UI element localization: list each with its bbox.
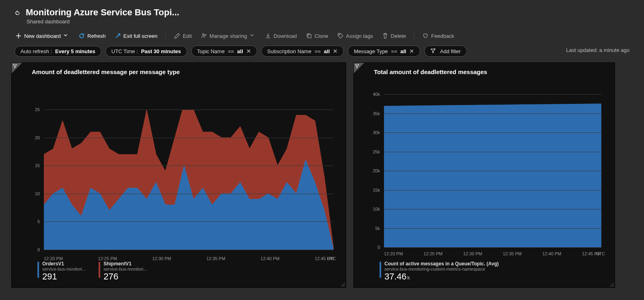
y-axis-label: 25k <box>373 149 380 154</box>
svg-point-0 <box>202 34 204 35</box>
tile-title: Total amount of deadlettered messages <box>354 63 615 75</box>
feedback-label: Feedback <box>431 33 454 39</box>
grid-line <box>384 132 601 133</box>
y-axis-label: 5 <box>37 219 40 224</box>
filter-pill-topic-name[interactable]: Topic Name == all ✕ <box>191 46 257 57</box>
x-axis-label: 12:40 PM <box>543 251 561 256</box>
chart-area-right: 05k10k15k20k25k30k35k40k <box>384 94 601 247</box>
y-axis-label: 20k <box>373 168 380 173</box>
grid-line <box>384 190 601 190</box>
clone-button[interactable]: Clone <box>305 31 329 41</box>
remove-filter-icon[interactable]: ✕ <box>333 48 338 54</box>
download-button[interactable]: Download <box>264 31 298 41</box>
refresh-icon <box>78 33 85 39</box>
remove-filter-icon[interactable]: ✕ <box>246 48 251 54</box>
x-axis-label: 12:35 PM <box>503 251 522 256</box>
svg-rect-2 <box>308 35 311 38</box>
toolbar: New dashboard Refresh Exit full screen E… <box>0 29 644 46</box>
chart-area-left: 0510152025 <box>44 110 334 250</box>
manage-sharing-label: Manage sharing <box>210 33 247 39</box>
tag-icon <box>337 33 344 39</box>
chevron-down-icon <box>250 33 256 39</box>
filter-plus-icon <box>430 48 437 54</box>
svg-point-1 <box>204 34 206 35</box>
toolbar-separator <box>165 31 166 40</box>
filter-pill-message-type[interactable]: Message Type == all ✕ <box>348 46 420 57</box>
edit-label: Edit <box>183 33 192 39</box>
download-label: Download <box>274 33 297 39</box>
legend-name: ShipmentV1 <box>103 261 147 267</box>
pencil-icon <box>174 33 180 39</box>
resize-handle[interactable] <box>609 282 614 287</box>
y-axis-label: 35k <box>373 111 380 116</box>
delete-label: Delete <box>391 33 406 39</box>
legend-left: OrdersV1 service-bus-monitori... 291 Shi… <box>37 261 147 282</box>
new-dashboard-label: New dashboard <box>24 33 61 39</box>
legend-unit: k <box>407 275 410 281</box>
new-dashboard-button[interactable]: New dashboard <box>14 31 70 41</box>
legend-value: 37.46 <box>384 271 407 281</box>
y-axis-label: 40k <box>373 92 380 97</box>
exit-fullscreen-button[interactable]: Exit full screen <box>114 31 159 41</box>
dashboard-title: Monitoring Azure Service Bus Topi... <box>26 7 179 18</box>
x-axis-labels-left: 12:20 PM12:25 PM12:30 PM12:35 PM12:40 PM… <box>44 256 334 261</box>
grid-line <box>44 166 334 166</box>
y-axis-label: 0 <box>378 245 380 250</box>
tiles-container: Amount of deadlettered message per messa… <box>0 62 644 288</box>
exit-fullscreen-icon <box>115 33 121 39</box>
x-axis-label: 12:20 PM <box>384 251 403 256</box>
grid-line <box>384 209 601 209</box>
add-filter-label: Add filter <box>440 48 460 54</box>
auto-refresh-label: Auto refresh : <box>21 48 52 54</box>
clone-label: Clone <box>315 33 328 39</box>
remove-filter-icon[interactable]: ✕ <box>409 48 414 54</box>
grid-line <box>44 110 334 110</box>
y-axis-label: 5k <box>375 226 380 231</box>
tile-title: Amount of deadlettered message per messa… <box>12 63 346 75</box>
time-range-label: UTC Time : <box>111 48 138 54</box>
resize-handle[interactable] <box>340 282 345 287</box>
refresh-label: Refresh <box>87 33 106 39</box>
download-icon <box>265 33 271 39</box>
dashboard-subtitle: Shared dashboard <box>27 19 630 25</box>
time-range-pill[interactable]: UTC Time : Past 30 minutes <box>105 46 187 57</box>
y-axis-label: 10k <box>373 207 380 211</box>
filter-op: == <box>391 48 397 54</box>
tile-deadletter-per-type: Amount of deadlettered message per messa… <box>11 62 346 288</box>
edit-button[interactable]: Edit <box>173 31 192 41</box>
assign-tags-button[interactable]: Assign tags <box>336 31 374 41</box>
users-icon <box>201 33 207 39</box>
filter-pill-subscription-name[interactable]: Subscription Name == all ✕ <box>261 46 344 57</box>
copy-icon <box>306 33 312 39</box>
grid-line <box>384 114 601 114</box>
legend-color-bar <box>380 262 381 278</box>
time-range-value: Past 30 minutes <box>141 48 181 54</box>
y-axis-label: 15k <box>373 188 380 192</box>
grid-line <box>384 171 601 171</box>
heart-icon <box>422 33 429 39</box>
grid-line <box>384 94 601 95</box>
feedback-button[interactable]: Feedback <box>421 31 455 41</box>
delete-button[interactable]: Delete <box>381 31 407 41</box>
grid-line <box>44 250 334 250</box>
x-axis-label: 12:40 PM <box>260 256 279 261</box>
auto-refresh-pill[interactable]: Auto refresh : Every 5 minutes <box>14 46 101 57</box>
manage-sharing-button[interactable]: Manage sharing <box>200 31 257 41</box>
dashboard-header: Monitoring Azure Service Bus Topi... Sha… <box>0 0 644 29</box>
assign-tags-label: Assign tags <box>346 33 373 39</box>
legend-value: 291 <box>42 271 86 282</box>
grid-line <box>384 152 601 152</box>
refresh-button[interactable]: Refresh <box>78 31 107 41</box>
grid-line <box>384 228 601 229</box>
filter-value: all <box>324 48 330 54</box>
legend-item-shipments: ShipmentV1 service-bus-monitori... 276 <box>99 261 147 282</box>
timezone-label: UTC <box>327 256 336 261</box>
legend-name: OrdersV1 <box>42 261 86 267</box>
legend-item-total: Count of active messages in a Queue/Topi… <box>380 261 499 282</box>
x-axis-label: 12:20 PM <box>44 256 63 261</box>
tile-deadletter-total: Total amount of deadlettered messages 05… <box>353 62 615 288</box>
x-axis-labels-right: 12:20 PM12:25 PM12:30 PM12:35 PM12:40 PM… <box>384 251 601 256</box>
toolbar-separator <box>414 31 414 40</box>
recycle-icon <box>14 9 21 16</box>
add-filter-button[interactable]: Add filter <box>424 46 466 57</box>
